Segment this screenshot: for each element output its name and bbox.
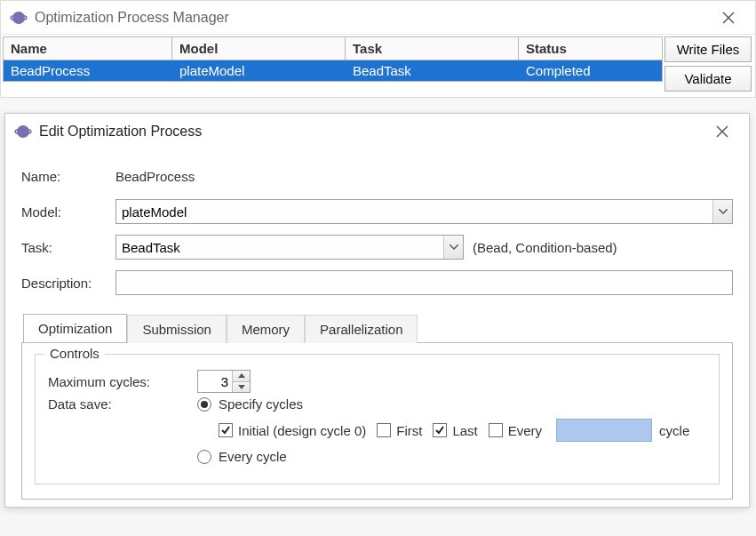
cell-status: Completed [519, 60, 662, 81]
dialog-titlebar: Edit Optimization Process [5, 114, 749, 149]
task-combobox[interactable] [115, 235, 464, 260]
controls-legend: Controls [44, 346, 105, 361]
main-titlebar: Optimization Process Manager [1, 1, 755, 35]
column-header-task[interactable]: Task [346, 37, 519, 60]
radio-specify-cycles-label: Specify cycles [219, 396, 303, 412]
validate-button[interactable]: Validate [664, 66, 752, 92]
radio-every-cycle[interactable] [197, 450, 211, 464]
main-close-button[interactable] [711, 5, 746, 30]
radio-specify-cycles[interactable] [197, 397, 211, 412]
spin-up-button[interactable] [233, 371, 250, 382]
side-button-panel: Write Files Validate [664, 35, 755, 97]
controls-group: Controls Maximum cycles: Da [35, 354, 720, 484]
model-input[interactable] [116, 200, 712, 223]
cell-name: BeadProcess [4, 60, 172, 81]
checkbox-first[interactable] [377, 423, 391, 437]
process-grid: Name Model Task Status BeadProcess plate… [3, 36, 663, 82]
checkbox-initial-label: Initial (design cycle 0) [238, 423, 366, 438]
value-name: BeadProcess [115, 169, 195, 184]
chevron-down-icon[interactable] [443, 236, 463, 259]
dialog-title: Edit Optimization Process [39, 124, 704, 140]
label-max-cycles: Maximum cycles: [48, 374, 197, 389]
tab-panel-optimization: Controls Maximum cycles: Da [21, 342, 733, 500]
write-files-button[interactable]: Write Files [664, 36, 752, 62]
checkbox-first-label: First [396, 423, 422, 438]
task-input[interactable] [116, 236, 443, 259]
tab-strip: Optimization Submission Memory Paralleli… [21, 313, 733, 342]
tab-submission[interactable]: Submission [127, 315, 227, 343]
tab-optimization[interactable]: Optimization [23, 314, 127, 343]
dialog-icon [14, 123, 32, 140]
chevron-down-icon[interactable] [712, 200, 732, 223]
label-data-save: Data save: [48, 396, 197, 412]
checkbox-initial[interactable] [219, 423, 233, 437]
grid-header: Name Model Task Status [4, 37, 662, 60]
tab-memory[interactable]: Memory [227, 315, 305, 343]
column-header-name[interactable]: Name [4, 37, 172, 60]
label-model: Model: [21, 204, 115, 220]
column-header-model[interactable]: Model [172, 37, 346, 60]
tab-parallelization[interactable]: Parallelization [305, 315, 418, 343]
model-combobox[interactable] [115, 199, 733, 224]
cell-task: BeadTask [346, 60, 519, 81]
cycle-suffix: cycle [659, 423, 689, 438]
dialog-close-button[interactable] [704, 119, 740, 144]
checkbox-every-label: Every [508, 423, 542, 438]
svg-point-4 [17, 125, 29, 138]
app-icon [10, 9, 28, 27]
checkbox-last-label: Last [452, 423, 477, 438]
label-description: Description: [21, 276, 115, 291]
dialog-form: Name: BeadProcess Model: Task: [5, 149, 749, 507]
task-hint: (Bead, Condition-based) [473, 240, 617, 255]
checkbox-every[interactable] [489, 423, 503, 437]
checkbox-last[interactable] [433, 423, 447, 437]
spin-down-button[interactable] [233, 382, 250, 393]
cell-model: plateModel [172, 60, 346, 81]
column-header-status[interactable]: Status [519, 37, 662, 60]
description-input[interactable] [115, 270, 733, 295]
max-cycles-input[interactable] [198, 371, 232, 392]
max-cycles-spinner[interactable] [197, 370, 251, 393]
label-name: Name: [21, 169, 115, 184]
radio-every-cycle-label: Every cycle [219, 449, 287, 464]
table-row[interactable]: BeadProcess plateModel BeadTask Complete… [4, 60, 662, 81]
edit-process-dialog: Edit Optimization Process Name: BeadProc… [4, 113, 750, 508]
every-cycle-input[interactable] [556, 419, 652, 442]
svg-point-0 [12, 12, 25, 24]
main-window: Optimization Process Manager Name Model … [0, 0, 756, 98]
main-window-title: Optimization Process Manager [35, 10, 711, 26]
label-task: Task: [21, 240, 115, 255]
